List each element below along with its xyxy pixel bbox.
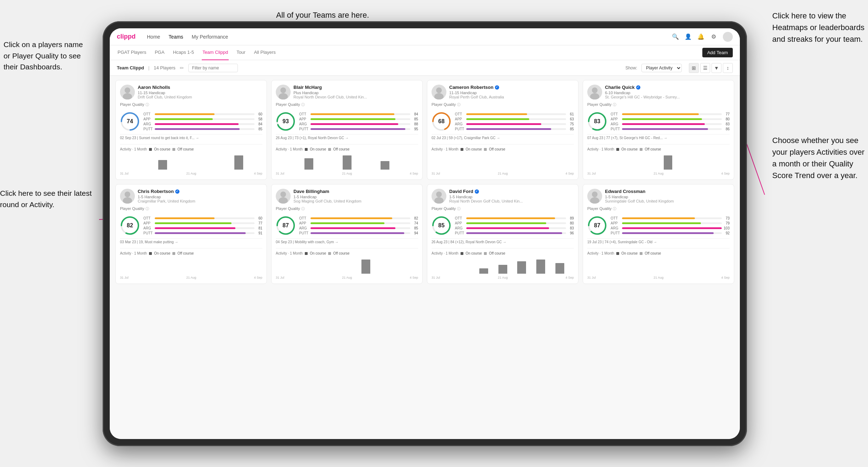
chart-bar: [597, 273, 606, 274]
team-count: 14 Players: [154, 65, 175, 70]
on-course-dot: [149, 252, 152, 255]
player-info: Cameron Robertson ✓ 11-15 Handicap Royal…: [449, 85, 574, 99]
view-icons: ⊞ ☰ ▼ ↕: [689, 63, 733, 73]
quality-circle[interactable]: 85: [432, 216, 451, 235]
search-icon[interactable]: 🔍: [672, 33, 679, 40]
latest-round[interactable]: 04 Sep 23 | Mobility with coach, Gym →: [276, 238, 418, 245]
player-name[interactable]: Blair McHarg: [293, 85, 418, 90]
off-course-dot: [172, 252, 175, 255]
search-input[interactable]: [188, 64, 238, 72]
quality-circle[interactable]: 74: [120, 112, 140, 131]
player-avatar: [587, 85, 602, 99]
stat-fill: [466, 118, 529, 120]
chart-bar: [130, 169, 138, 170]
player-card[interactable]: Charlie Quick ✓ 6-10 Handicap St. George…: [583, 80, 734, 180]
quality-circle[interactable]: 68: [432, 112, 451, 131]
subnav-hcaps[interactable]: Hcaps 1-5: [172, 45, 195, 60]
chart-bar: [508, 169, 517, 170]
stat-track: [466, 227, 566, 229]
stat-row: APP 58: [143, 117, 262, 121]
stat-track: [466, 113, 566, 115]
stat-value: 74: [412, 221, 418, 225]
stat-fill: [466, 232, 562, 234]
stat-fill: [310, 227, 395, 229]
subnav-tour[interactable]: Tour: [236, 45, 246, 60]
quality-circle[interactable]: 93: [276, 112, 296, 131]
subnav-pga[interactable]: PGA: [154, 45, 165, 60]
chart-bar: [343, 273, 352, 274]
latest-round[interactable]: 26 Aug 23 | 73 (+1), Royal North Devon G…: [276, 134, 418, 141]
player-card-header: Chris Robertson ✓ 1-5 Handicap Craigmill…: [120, 189, 262, 204]
sort-button[interactable]: ↕: [723, 63, 733, 73]
add-team-button[interactable]: Add Team: [702, 48, 733, 57]
edit-icon[interactable]: ✏: [180, 65, 184, 71]
svg-point-26: [279, 197, 288, 204]
chart-bar: [253, 169, 262, 170]
latest-round[interactable]: 07 Aug 23 | 77 (+7), St George's Hill GC…: [587, 134, 730, 141]
player-name[interactable]: David Ford ✓: [449, 189, 574, 194]
chart-bar: [304, 273, 313, 274]
nav-home[interactable]: Home: [147, 33, 160, 41]
stat-fill: [622, 123, 705, 125]
filter-button[interactable]: ▼: [712, 63, 721, 73]
player-card[interactable]: Blair McHarg Plus Handicap Royal North D…: [271, 80, 423, 180]
latest-round[interactable]: 02 Jul 23 | 59 (+17), Craigmillar Park G…: [432, 134, 574, 141]
player-card-header: Cameron Robertson ✓ 11-15 Handicap Royal…: [432, 85, 574, 99]
player-card[interactable]: Edward Crossman 1-5 Handicap Sunningdale…: [583, 184, 734, 284]
chart-bar: [635, 169, 644, 170]
player-name[interactable]: Aaron Nicholls: [138, 85, 262, 90]
activity-section: Activity · 1 Month On course Off course …: [276, 144, 418, 175]
player-card[interactable]: Cameron Robertson ✓ 11-15 Handicap Royal…: [427, 80, 578, 180]
player-name[interactable]: Chris Robertson ✓: [138, 189, 262, 194]
latest-round[interactable]: 26 Aug 23 | 84 (+12), Royal North Devon …: [432, 238, 574, 245]
nav-teams[interactable]: Teams: [169, 33, 183, 41]
latest-round[interactable]: 02 Sep 23 | Sunset round to get back int…: [120, 134, 262, 141]
stat-fill: [310, 128, 405, 130]
subnav-all-players[interactable]: All Players: [253, 45, 276, 60]
latest-round[interactable]: 03 Mar 23 | 19, Must make putting →: [120, 238, 262, 245]
player-name[interactable]: Dave Billingham: [293, 189, 418, 194]
stat-track: [310, 227, 410, 229]
player-card[interactable]: Chris Robertson ✓ 1-5 Handicap Craigmill…: [115, 184, 267, 284]
player-name[interactable]: Charlie Quick ✓: [605, 85, 730, 90]
chart-bar: [489, 169, 498, 170]
team-bar: Team Clippd | 14 Players ✏ Show: Player …: [110, 60, 740, 76]
quality-circle[interactable]: 82: [120, 216, 140, 235]
quality-circle[interactable]: 87: [276, 216, 296, 235]
player-card[interactable]: Aaron Nicholls 11-15 Handicap Drift Golf…: [115, 80, 267, 180]
player-card[interactable]: David Ford ✓ 1-5 Handicap Royal North De…: [427, 184, 578, 284]
activity-section: Activity · 1 Month On course Off course …: [120, 248, 262, 279]
subnav-team-clippd[interactable]: Team Clippd: [202, 45, 229, 60]
off-course-dot: [484, 148, 487, 151]
avatar[interactable]: [723, 32, 733, 42]
quality-circle[interactable]: 87: [587, 216, 607, 235]
chart-bar: [664, 155, 673, 170]
chart-bar: [409, 169, 418, 170]
player-name[interactable]: Edward Crossman: [605, 189, 730, 194]
stat-label: ARG: [143, 226, 153, 230]
quality-label: Player Quality ⓘ: [276, 206, 418, 211]
chart-bar: [565, 273, 574, 274]
subnav-pgat[interactable]: PGAT Players: [117, 45, 147, 60]
player-card[interactable]: Dave Billingham 1-5 Handicap Sog Maging …: [271, 184, 423, 284]
person-icon[interactable]: 👤: [685, 33, 692, 40]
nav-my-performance[interactable]: My Performance: [192, 33, 228, 41]
latest-round[interactable]: 19 Jul 23 | 74 (+4), Sunningdale GC - Ol…: [587, 238, 730, 245]
stat-label: PUTT: [455, 231, 465, 235]
chart-bar: [371, 169, 380, 170]
grid-view-button[interactable]: ⊞: [689, 63, 699, 73]
svg-point-17: [592, 87, 598, 93]
quality-circle[interactable]: 83: [587, 112, 607, 131]
stat-track: [622, 128, 722, 130]
player-name[interactable]: Cameron Robertson ✓: [449, 85, 574, 90]
stat-value: 95: [412, 127, 418, 131]
chart-bar: [314, 273, 323, 274]
show-select[interactable]: Player Activity: [641, 64, 682, 72]
off-course-dot: [484, 252, 487, 255]
stat-value: 84: [256, 122, 262, 126]
bell-icon[interactable]: 🔔: [697, 33, 704, 40]
list-view-button[interactable]: ☰: [700, 63, 710, 73]
quality-section: 87 OTT 82 APP 74 ARG 85 PUTT: [276, 216, 418, 235]
settings-icon[interactable]: ⚙: [710, 33, 717, 40]
chart-bar: [692, 273, 701, 274]
